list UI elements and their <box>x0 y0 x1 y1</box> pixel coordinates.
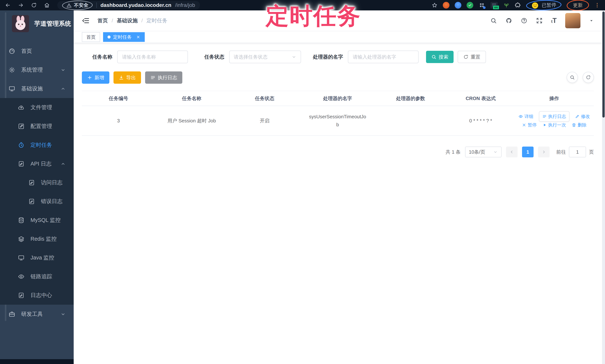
font-size-icon[interactable]: tT <box>551 17 557 24</box>
help-doc-icon[interactable] <box>521 17 527 24</box>
eye-icon <box>518 114 523 119</box>
export-button[interactable]: 导出 <box>114 71 141 84</box>
sidebar-bottom-strip <box>0 359 74 364</box>
op-detail[interactable]: 详细 <box>518 114 533 119</box>
sidebar-item-label: 首页 <box>21 47 32 55</box>
search-button[interactable]: 搜索 <box>426 51 454 63</box>
sidebar-item-file-manage[interactable]: 文件管理 <box>0 98 74 117</box>
op-edit[interactable]: 修改 <box>575 114 590 119</box>
sidebar-item-redis-monitor[interactable]: Redis 监控 <box>0 230 74 248</box>
sidebar-item-tracing[interactable]: 链路追踪 <box>0 267 74 286</box>
bookmark-star-icon[interactable] <box>432 2 438 8</box>
profile-emoji-avatar[interactable] <box>531 2 539 9</box>
avatar-caret-down-icon[interactable] <box>589 18 594 23</box>
column-header: 任务编号 <box>82 95 155 102</box>
add-button[interactable]: 新增 <box>82 71 109 84</box>
annotation-oval-not-secure: 不安全 <box>62 0 93 10</box>
page-size-select[interactable]: 10条/页 <box>465 147 501 157</box>
cell-job-status: 开启 <box>228 117 301 124</box>
handler-name-text: sysUserSessionTimeoutJob <box>309 113 367 129</box>
page-scrollbar-thumb[interactable] <box>602 12 605 117</box>
handler-name-label: 处理器的名字 <box>313 53 343 60</box>
address-bar[interactable]: 不安全 dashboard.yudao.iocoder.cn/infra/job <box>57 1 200 10</box>
document-pencil-icon <box>18 160 25 167</box>
op-pause[interactable]: 暂停 <box>522 122 537 128</box>
pagination-total: 共 1 条 <box>446 149 461 155</box>
extension-icon-tabs[interactable]: on <box>490 2 498 9</box>
op-run-once[interactable]: 执行一次 <box>542 122 566 128</box>
sidebar-item-home[interactable]: 首页 <box>0 42 74 60</box>
browser-menu-icon[interactable] <box>594 2 600 8</box>
browser-update-button[interactable]: 更新 <box>573 2 583 9</box>
browser-home-icon[interactable] <box>44 2 50 8</box>
breadcrumb-home[interactable]: 首页 <box>97 17 108 24</box>
next-page-button[interactable] <box>538 147 550 157</box>
header-search-icon[interactable] <box>490 17 497 24</box>
tag-close-icon[interactable] <box>136 35 140 39</box>
sidebar-item-api-log[interactable]: API 日志 <box>0 154 74 173</box>
sidebar: 芋道管理系统 首页 系统管理 基础设施 文件管理 <box>0 10 74 364</box>
handler-name-input[interactable] <box>348 51 419 63</box>
extension-icon-blue[interactable] <box>455 2 461 9</box>
column-header: 处理器的名字 <box>301 95 374 102</box>
collapse-sidebar-icon[interactable] <box>82 17 90 25</box>
tag-scheduled-jobs[interactable]: 定时任务 <box>103 32 145 42</box>
extension-icon-orange[interactable] <box>443 2 449 9</box>
play-icon <box>542 123 547 127</box>
exec-log-button[interactable]: 执行日志 <box>145 71 182 84</box>
op-exec-log[interactable]: 执行日志 <box>539 111 569 122</box>
prev-page-button[interactable] <box>506 147 518 157</box>
browser-back-icon[interactable] <box>5 2 11 8</box>
job-status-select[interactable]: 请选择任务状态 <box>229 51 301 63</box>
user-avatar[interactable] <box>565 13 580 28</box>
column-header: CRON 表达式 <box>447 95 514 102</box>
sidebar-item-config-manage[interactable]: 配置管理 <box>0 117 74 136</box>
tag-home[interactable]: 首页 <box>82 32 100 42</box>
table-header-row: 任务编号 任务名称 任务状态 处理器的名字 处理器的参数 CRON 表达式 操作 <box>82 91 594 106</box>
extension-icon-green-check[interactable] <box>467 2 473 9</box>
breadcrumb-section[interactable]: 基础设施 <box>117 17 138 24</box>
active-tag-dot <box>107 36 110 39</box>
search-form: 任务名称 任务状态 请选择任务状态 处理器的名字 搜索 重置 <box>92 51 594 63</box>
sidebar-item-scheduled-jobs[interactable]: 定时任务 <box>0 136 74 154</box>
breadcrumb-separator: / <box>141 18 143 24</box>
extension-icon-grid[interactable] <box>478 2 485 9</box>
download-icon <box>119 75 124 80</box>
sidebar-item-infra[interactable]: 基础设施 <box>0 79 74 98</box>
github-icon[interactable] <box>505 17 512 24</box>
refresh-table-button[interactable] <box>583 72 594 83</box>
job-name-label: 任务名称 <box>92 53 112 60</box>
op-delete[interactable]: 删除 <box>572 122 587 128</box>
goto-page-input[interactable] <box>569 147 586 157</box>
screen: 不安全 dashboard.yudao.iocoder.cn/infra/job… <box>0 0 605 364</box>
sidebar-item-access-log[interactable]: 访问日志 <box>0 173 74 192</box>
sidebar-item-error-log[interactable]: 错误日志 <box>0 192 74 211</box>
page-number-1[interactable]: 1 <box>522 147 534 157</box>
browser-reload-icon[interactable] <box>31 2 37 8</box>
extensions-puzzle-icon[interactable] <box>515 2 521 8</box>
app-logo[interactable]: 芋道管理系统 <box>0 10 74 37</box>
sidebar-item-mysql-monitor[interactable]: MySQL 监控 <box>0 211 74 230</box>
extension-icon-plant[interactable] <box>503 2 510 9</box>
sidebar-item-system[interactable]: 系统管理 <box>0 60 74 79</box>
browser-forward-icon[interactable] <box>18 2 24 8</box>
op-label: 执行一次 <box>548 122 566 128</box>
reset-button[interactable]: 重置 <box>458 51 486 63</box>
pagination: 共 1 条 10条/页 1 前往 页 <box>82 147 594 157</box>
sidebar-item-label: Redis 监控 <box>30 235 57 243</box>
exec-log-button-label: 执行日志 <box>158 74 177 81</box>
chevron-down-icon <box>291 54 297 60</box>
goto-label: 前往 <box>556 149 566 155</box>
search-button-label: 搜索 <box>439 54 448 60</box>
sidebar-item-java-monitor[interactable]: Java 监控 <box>0 248 74 267</box>
sidebar-item-log-center[interactable]: 日志中心 <box>0 286 74 305</box>
sidebar-item-dev-tools[interactable]: 研发工具 <box>0 305 74 324</box>
tags-view-bar: 首页 定时任务 <box>74 31 602 43</box>
fullscreen-icon[interactable] <box>536 17 543 24</box>
breadcrumb-current: 定时任务 <box>147 17 167 24</box>
toggle-search-button[interactable] <box>567 72 578 83</box>
chevron-down-icon <box>493 150 498 154</box>
sync-paused-label[interactable]: 已暂停 <box>541 1 556 9</box>
eye-icon <box>18 273 25 280</box>
job-name-input[interactable] <box>117 51 188 63</box>
